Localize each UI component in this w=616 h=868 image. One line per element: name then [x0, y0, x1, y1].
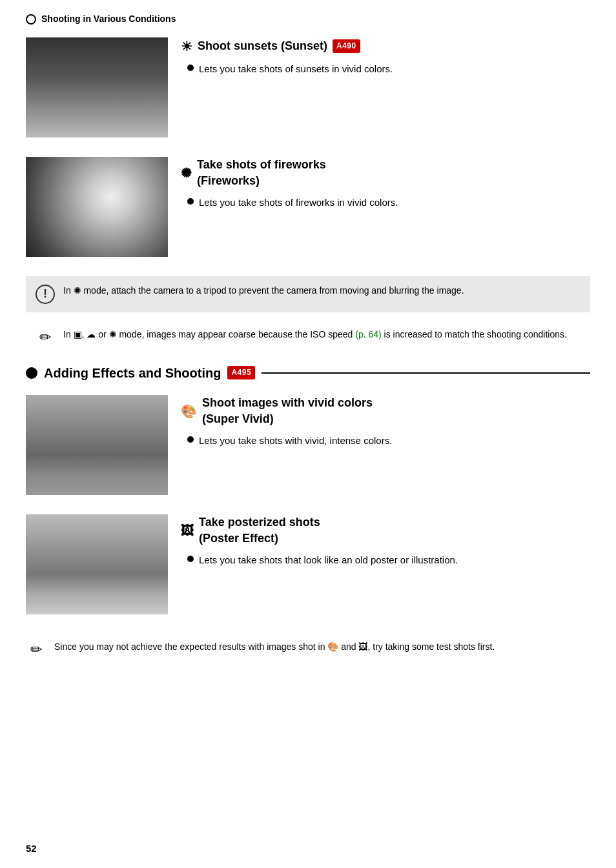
header-circle-icon [26, 14, 36, 25]
super-vivid-icon: 🎨 [181, 402, 197, 420]
poster-effect-title-text: Take posterized shots(Poster Effect) [199, 514, 320, 547]
poster-effect-icon: 🖼 [181, 521, 194, 540]
sunset-title: ☀ Shoot sunsets (Sunset) A490 [181, 37, 590, 56]
bottom-pencil-icon-wrapper: ✏ [26, 640, 46, 661]
sunset-badge: A490 [333, 39, 360, 53]
adding-effects-badge: A495 [227, 366, 255, 379]
bullet-dot-icon [187, 556, 194, 562]
bottom-pencil-icon: ✏ [30, 640, 42, 660]
poster-effect-bullet: Lets you take shots that look like an ol… [187, 553, 590, 567]
fireworks-title-text: Take shots of fireworks(Fireworks) [197, 157, 326, 189]
bullet-dot-icon [187, 436, 194, 443]
sunset-bullet: Lets you take shots of sunsets in vivid … [187, 62, 590, 76]
sunset-image [26, 37, 168, 137]
parrots-image [26, 395, 168, 495]
note-iso-text: In ▣, ☁ or ✺ mode, images may appear coa… [63, 328, 567, 341]
sunset-section: ☀ Shoot sunsets (Sunset) A490 Lets you t… [26, 37, 590, 137]
sunset-title-text: Shoot sunsets (Sunset) [198, 38, 327, 54]
super-vivid-title: 🎨 Shoot images with vivid colors(Super V… [181, 395, 590, 427]
sunset-content: ☀ Shoot sunsets (Sunset) A490 Lets you t… [181, 37, 590, 76]
bullet-dot-icon [187, 65, 194, 71]
super-vivid-section: 🎨 Shoot images with vivid colors(Super V… [26, 395, 590, 495]
fireworks-image [26, 157, 168, 257]
super-vivid-bullet-text: Lets you take shots with vivid, intense … [199, 434, 392, 447]
caution-text: In ✺ mode, attach the camera to a tripod… [63, 284, 464, 298]
poster-effect-section: 🖼 Take posterized shots(Poster Effect) L… [26, 514, 590, 614]
pencil-icon-wrapper: ✏ [35, 328, 56, 348]
adding-effects-title: Adding Effects and Shooting [44, 364, 221, 382]
poster-effect-bullet-text: Lets you take shots that look like an ol… [199, 553, 458, 567]
caution-circle-icon: ! [36, 285, 55, 304]
fireworks-bullet-text: Lets you take shots of fireworks in vivi… [199, 196, 398, 209]
pencil-icon: ✏ [39, 328, 51, 348]
caution-icon-wrapper: ! [35, 284, 56, 305]
fireworks-title: ✺ Take shots of fireworks(Fireworks) [181, 157, 590, 189]
bullet-dot-icon [187, 198, 194, 205]
poster-effect-content: 🖼 Take posterized shots(Poster Effect) L… [181, 514, 590, 567]
poster-effect-title: 🖼 Take posterized shots(Poster Effect) [181, 514, 590, 547]
header-title: Shooting in Various Conditions [41, 13, 176, 26]
section-dot-icon [26, 367, 37, 379]
sunset-icon: ☀ [181, 37, 192, 56]
fireworks-content: ✺ Take shots of fireworks(Fireworks) Let… [181, 157, 590, 209]
bottom-note: ✏ Since you may not achieve the expected… [26, 634, 590, 667]
super-vivid-content: 🎨 Shoot images with vivid colors(Super V… [181, 395, 590, 447]
page-link[interactable]: (p. 64) [355, 329, 381, 339]
page-number: 52 [26, 842, 37, 855]
woman-image [26, 514, 168, 614]
fireworks-bullet: Lets you take shots of fireworks in vivi… [187, 196, 590, 209]
note-iso-notice: ✏ In ▣, ☁ or ✺ mode, images may appear c… [26, 320, 590, 356]
page-header: Shooting in Various Conditions [26, 13, 590, 26]
caution-notice: ! In ✺ mode, attach the camera to a trip… [26, 276, 590, 312]
bottom-note-text: Since you may not achieve the expected r… [54, 640, 495, 654]
fireworks-icon: ✺ [181, 164, 192, 182]
adding-effects-header: Adding Effects and Shooting A495 [26, 364, 590, 382]
super-vivid-bullet: Lets you take shots with vivid, intense … [187, 434, 590, 447]
sunset-bullet-text: Lets you take shots of sunsets in vivid … [199, 62, 393, 76]
super-vivid-title-text: Shoot images with vivid colors(Super Viv… [202, 395, 373, 427]
fireworks-section: ✺ Take shots of fireworks(Fireworks) Let… [26, 157, 590, 257]
section-divider [262, 372, 590, 374]
